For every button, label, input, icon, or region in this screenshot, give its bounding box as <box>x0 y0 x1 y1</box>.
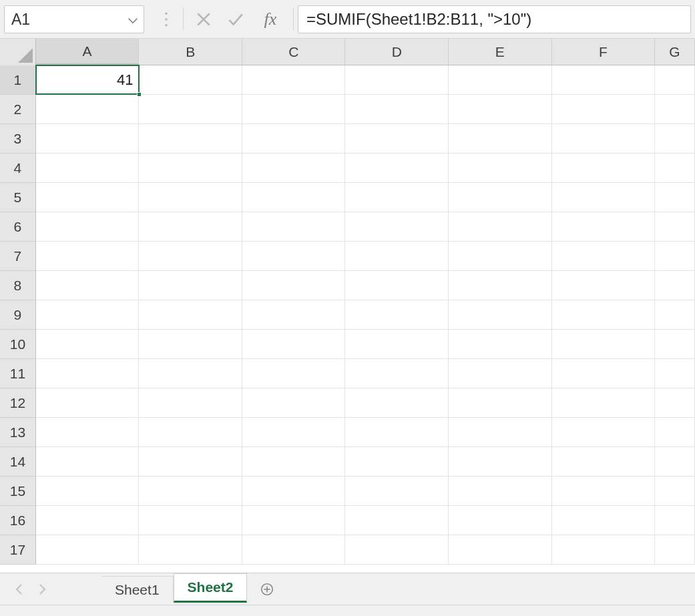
cell-a6[interactable] <box>36 212 140 242</box>
row-header-16[interactable]: 16 <box>0 506 36 535</box>
cell-g3[interactable] <box>655 124 695 153</box>
row-header-4[interactable]: 4 <box>0 153 36 183</box>
cell-g17[interactable] <box>655 535 695 565</box>
column-header-b[interactable]: B <box>139 39 242 65</box>
cell-f1[interactable] <box>552 65 656 95</box>
cell-g12[interactable] <box>655 388 695 418</box>
cell-d3[interactable] <box>345 124 449 153</box>
cell-f11[interactable] <box>552 359 656 388</box>
add-sheet-button[interactable] <box>247 573 287 605</box>
cell-g10[interactable] <box>655 330 695 359</box>
column-header-e[interactable]: E <box>449 39 552 65</box>
cell-f10[interactable] <box>552 330 656 359</box>
cell-e13[interactable] <box>449 418 552 447</box>
row-header-7[interactable]: 7 <box>0 242 36 271</box>
cell-a12[interactable] <box>36 388 140 418</box>
cell-b17[interactable] <box>139 535 242 565</box>
row-header-12[interactable]: 12 <box>0 388 36 418</box>
cell-f15[interactable] <box>552 477 656 506</box>
column-header-c[interactable]: C <box>242 39 346 65</box>
cell-e2[interactable] <box>449 95 552 124</box>
cell-g1[interactable] <box>655 65 695 95</box>
cell-a13[interactable] <box>36 418 140 447</box>
cell-d4[interactable] <box>345 153 449 183</box>
cell-e15[interactable] <box>449 477 552 506</box>
cell-d8[interactable] <box>345 271 449 300</box>
cell-c2[interactable] <box>242 95 346 124</box>
cell-f9[interactable] <box>552 300 656 330</box>
cell-a2[interactable] <box>36 95 140 124</box>
cell-e12[interactable] <box>449 388 552 418</box>
cell-c13[interactable] <box>242 418 346 447</box>
cell-b4[interactable] <box>139 153 242 183</box>
cell-g8[interactable] <box>655 271 695 300</box>
cell-g4[interactable] <box>655 153 695 183</box>
cell-c3[interactable] <box>242 124 346 153</box>
cell-f8[interactable] <box>552 271 656 300</box>
tab-nav-prev-icon[interactable] <box>7 573 31 605</box>
cell-b3[interactable] <box>139 124 242 153</box>
cell-f2[interactable] <box>552 95 656 124</box>
cell-b10[interactable] <box>139 330 242 359</box>
column-header-g[interactable]: G <box>655 39 695 65</box>
row-header-17[interactable]: 17 <box>0 535 36 565</box>
sheet-tab-sheet2[interactable]: Sheet2 <box>174 573 248 603</box>
cell-g15[interactable] <box>655 477 695 506</box>
cell-c7[interactable] <box>242 242 346 271</box>
cell-f17[interactable] <box>552 535 656 565</box>
cell-d11[interactable] <box>345 359 449 388</box>
cell-d2[interactable] <box>345 95 449 124</box>
cell-c8[interactable] <box>242 271 346 300</box>
cell-a11[interactable] <box>36 359 140 388</box>
cell-f14[interactable] <box>552 447 656 477</box>
chevron-down-icon[interactable] <box>128 11 138 29</box>
cell-b12[interactable] <box>139 388 242 418</box>
cell-c4[interactable] <box>242 153 346 183</box>
tab-nav-next-icon[interactable] <box>31 573 55 605</box>
row-header-10[interactable]: 10 <box>0 330 36 359</box>
cell-e16[interactable] <box>449 506 552 535</box>
row-header-13[interactable]: 13 <box>0 418 36 447</box>
cell-c16[interactable] <box>242 506 346 535</box>
column-header-a[interactable]: A <box>36 39 140 65</box>
cell-b8[interactable] <box>139 271 242 300</box>
cell-c9[interactable] <box>242 300 346 330</box>
cell-a3[interactable] <box>36 124 140 153</box>
cell-d9[interactable] <box>345 300 449 330</box>
cell-a15[interactable] <box>36 477 140 506</box>
cell-c12[interactable] <box>242 388 346 418</box>
fill-handle[interactable] <box>137 92 142 97</box>
cell-d15[interactable] <box>345 477 449 506</box>
cell-e5[interactable] <box>449 183 552 212</box>
row-header-11[interactable]: 11 <box>0 359 36 388</box>
cell-f5[interactable] <box>552 183 656 212</box>
cell-d1[interactable] <box>345 65 449 95</box>
cell-a9[interactable] <box>36 300 140 330</box>
formula-input[interactable]: =SUMIF(Sheet1!B2:B11, ">10") <box>298 5 691 33</box>
cell-g7[interactable] <box>655 242 695 271</box>
cell-b9[interactable] <box>139 300 242 330</box>
cell-f4[interactable] <box>552 153 656 183</box>
row-header-3[interactable]: 3 <box>0 124 36 153</box>
cell-e8[interactable] <box>449 271 552 300</box>
cell-d14[interactable] <box>345 447 449 477</box>
cell-f16[interactable] <box>552 506 656 535</box>
cell-d10[interactable] <box>345 330 449 359</box>
cell-e10[interactable] <box>449 330 552 359</box>
select-all-corner[interactable] <box>0 39 36 65</box>
spreadsheet-grid[interactable]: ABCDEFG 141234567891011121314151617 <box>0 39 695 573</box>
cell-f7[interactable] <box>552 242 656 271</box>
cell-b13[interactable] <box>139 418 242 447</box>
cell-a8[interactable] <box>36 271 140 300</box>
cell-g11[interactable] <box>655 359 695 388</box>
cell-f6[interactable] <box>552 212 656 242</box>
cell-d7[interactable] <box>345 242 449 271</box>
cell-a5[interactable] <box>36 183 140 212</box>
cell-e6[interactable] <box>449 212 552 242</box>
confirm-formula-button[interactable] <box>220 5 252 33</box>
cell-d16[interactable] <box>345 506 449 535</box>
cell-f12[interactable] <box>552 388 656 418</box>
cell-d12[interactable] <box>345 388 449 418</box>
insert-function-button[interactable]: fx <box>252 5 289 33</box>
cell-d13[interactable] <box>345 418 449 447</box>
